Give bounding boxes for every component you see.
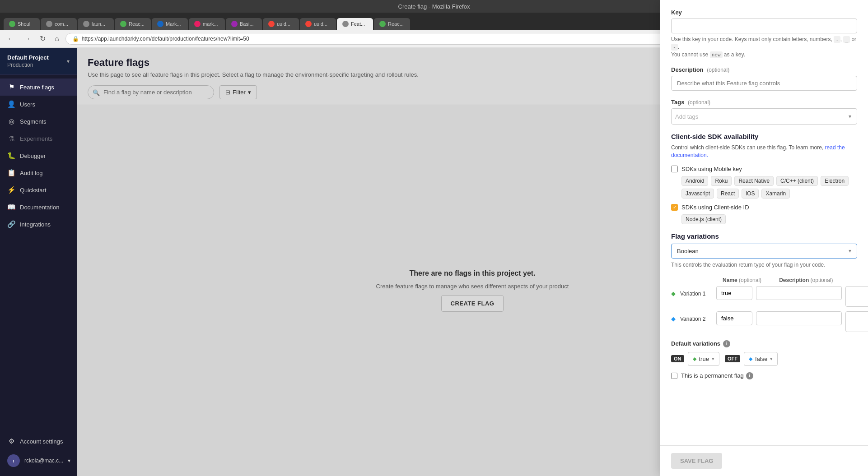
tab-basic-label: Basi... (240, 21, 254, 27)
default-variations-section: Default variations i ON ◆ true ▾ OFF ◆ (671, 340, 857, 366)
on-default-chevron-icon: ▾ (712, 356, 714, 362)
tab-com[interactable]: com... (41, 18, 77, 30)
tags-input[interactable]: Add tags ▾ (671, 108, 857, 125)
flag-variations-value: Boolean (677, 248, 699, 254)
sdk-tag-xamarin: Xamarin (761, 189, 790, 199)
forward-button[interactable]: → (21, 33, 33, 45)
tab-uuid2-label: uuid... (314, 21, 327, 27)
sdk-section-desc: Control which client-side SDKs can use t… (671, 144, 857, 159)
sidebar-item-segments[interactable]: ◎ Segments (0, 113, 77, 130)
tab-react2[interactable]: Reac... (374, 18, 410, 30)
sdk-tag-cpp: C/C++ (client) (776, 176, 818, 186)
permanent-flag-row: This is a permanent flag i (671, 372, 857, 379)
variation-2-value-input[interactable] (716, 311, 752, 325)
variation-1-value-input[interactable] (716, 286, 752, 300)
tab-feat-active-label: Feat... (351, 21, 365, 27)
back-button[interactable]: ← (5, 33, 17, 45)
variation-2-diamond-icon: ◆ (671, 315, 676, 322)
variation-1-name-input[interactable] (756, 286, 842, 300)
sidebar-project[interactable]: Default Project Production ▾ (0, 48, 77, 75)
mobile-key-checkbox[interactable] (671, 166, 678, 172)
sidebar-item-experiments[interactable]: ⚗ Experiments (0, 130, 77, 147)
sidebar-item-audit-log[interactable]: 📋 Audit log (0, 164, 77, 181)
search-input[interactable] (88, 85, 214, 99)
flag-variations-select[interactable]: Boolean ▾ (671, 244, 857, 259)
off-default-wrap: OFF ◆ false ▾ (725, 352, 778, 366)
description-input[interactable] (671, 76, 857, 91)
variation-2-desc-input[interactable] (845, 311, 868, 332)
search-input-wrap: 🔍 (88, 85, 214, 99)
key-input[interactable] (671, 18, 857, 33)
sidebar-item-segments-label: Segments (20, 118, 47, 125)
tags-label: Tags (optional) (671, 99, 857, 106)
tab-shoul-label: Shoul (18, 21, 30, 27)
lock-icon: 🔒 (72, 36, 79, 42)
variation-col-name: Name (optional) (723, 277, 775, 283)
permanent-flag-info-icon[interactable]: i (746, 372, 753, 379)
sidebar-item-experiments-label: Experiments (20, 135, 52, 142)
create-flag-button[interactable]: CREATE FLAG (441, 295, 504, 312)
variation-2-name-input[interactable] (756, 311, 842, 325)
reload-button[interactable]: ↻ (37, 32, 48, 45)
user-chevron-icon: ▾ (68, 458, 70, 464)
default-variations-header: Default variations i (671, 340, 857, 347)
off-value-diamond-icon: ◆ (749, 356, 752, 362)
on-value-diamond-icon: ◆ (693, 356, 696, 362)
flag-variations-chevron-icon: ▾ (849, 248, 851, 254)
tab-mark2[interactable]: mark... (189, 18, 225, 30)
client-side-label: SDKs using Client-side ID (681, 204, 749, 211)
sdk-tag-android: Android (681, 176, 708, 186)
tags-placeholder: Add tags (675, 113, 698, 120)
variation-1-fields: – (716, 286, 868, 307)
filter-button[interactable]: ⊟ Filter ▾ (219, 85, 257, 99)
variation-1-desc-input[interactable] (845, 286, 868, 307)
tab-uuid2[interactable]: uuid... (300, 18, 336, 30)
home-button[interactable]: ⌂ (52, 33, 62, 45)
variations-form-group: Name (optional) Description (optional) ◆… (671, 277, 857, 332)
key-form-group: Key Use this key in your code. Keys must… (671, 9, 857, 58)
sidebar-item-documentation[interactable]: 📖 Documentation (0, 199, 77, 216)
filter-chevron-icon: ▾ (248, 89, 251, 96)
variation-1-label: Variation 1 (680, 291, 712, 297)
sidebar-item-debugger[interactable]: 🐛 Debugger (0, 147, 77, 164)
sidebar-item-feature-flags[interactable]: ⚑ Feature flags (0, 79, 77, 96)
flag-variations-section: Flag variations Boolean ▾ This controls … (671, 232, 857, 269)
sidebar-user[interactable]: r rckola@mac.c... ▾ (0, 450, 77, 471)
users-icon: 👤 (7, 100, 15, 108)
client-side-group: ✓ SDKs using Client-side ID Node.js (cli… (671, 204, 857, 224)
permanent-flag-label: This is a permanent flag i (681, 372, 753, 379)
panel-body: Key Use this key in your code. Keys must… (660, 0, 868, 445)
tab-basic[interactable]: Basi... (226, 18, 262, 30)
sidebar-item-integrations[interactable]: 🔗 Integrations (0, 216, 77, 233)
on-label: ON (671, 355, 684, 362)
tab-laun1[interactable]: laun... (78, 18, 114, 30)
tab-react1[interactable]: Reac... (115, 18, 151, 30)
sdk-docs-link[interactable]: read the documentation. (671, 144, 845, 158)
default-variations-info-icon[interactable]: i (723, 340, 730, 347)
tab-shoul[interactable]: Shoul (4, 18, 40, 30)
tab-com-label: com... (55, 21, 68, 27)
tab-mark1[interactable]: Mark... (152, 18, 188, 30)
variation-col-headers: Name (optional) Description (optional) (682, 277, 857, 283)
sidebar-item-feature-flags-label: Feature flags (20, 84, 54, 91)
sidebar-item-users[interactable]: 👤 Users (0, 96, 77, 113)
client-side-row: ✓ SDKs using Client-side ID (671, 204, 857, 211)
save-flag-button[interactable]: SAVE FLAG (671, 453, 722, 469)
permanent-flag-checkbox[interactable] (671, 373, 677, 379)
tab-uuid1[interactable]: uuid... (263, 18, 299, 30)
tags-form-group: Tags (optional) Add tags ▾ (671, 99, 857, 125)
integrations-icon: 🔗 (7, 220, 15, 228)
sidebar-item-account-settings[interactable]: ⚙ Account settings (0, 433, 77, 450)
description-label: Description (optional) (671, 66, 857, 73)
project-name: Default Project (7, 54, 49, 61)
flag-variations-title: Flag variations (671, 232, 857, 240)
sidebar-item-audit-log-label: Audit log (20, 170, 43, 176)
mobile-key-row: SDKs using Mobile key (671, 166, 857, 172)
tab-feat-active active[interactable]: Feat... (337, 18, 373, 30)
sdk-tag-roku: Roku (711, 176, 732, 186)
sidebar-item-account-settings-label: Account settings (20, 438, 63, 445)
settings-icon: ⚙ (7, 437, 15, 445)
off-default-select[interactable]: ◆ false ▾ (744, 352, 778, 366)
sidebar-item-quickstart[interactable]: ⚡ Quickstart (0, 181, 77, 199)
on-default-select[interactable]: ◆ true ▾ (688, 352, 719, 366)
